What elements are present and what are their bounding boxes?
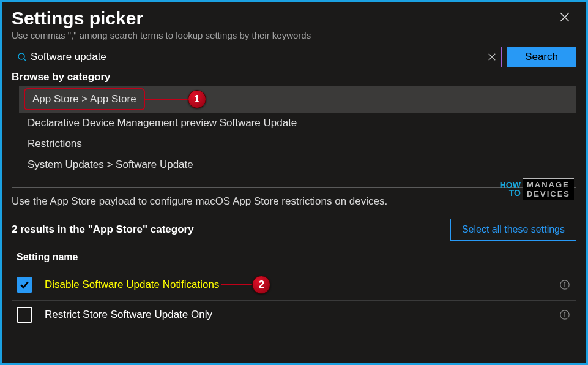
- search-icon: [17, 52, 27, 62]
- search-button[interactable]: Search: [507, 47, 576, 67]
- annotation-callout-2: 2: [221, 276, 270, 294]
- setting-checkbox[interactable]: [17, 277, 32, 293]
- category-description: Use the App Store payload to configure m…: [12, 195, 576, 208]
- info-icon[interactable]: [559, 309, 570, 320]
- category-restrictions[interactable]: Restrictions: [19, 134, 576, 154]
- page-subtitle: Use commas "," among search terms to loo…: [12, 30, 576, 40]
- select-all-button[interactable]: Select all these settings: [450, 219, 576, 241]
- results-summary: 2 results in the "App Store" category: [12, 224, 194, 236]
- setting-row[interactable]: Disable Software Update Notifications 2: [12, 269, 576, 300]
- search-box[interactable]: [12, 47, 502, 67]
- search-input[interactable]: [31, 51, 488, 63]
- setting-label: Disable Software Update Notifications: [45, 279, 219, 291]
- category-ddm-software-update[interactable]: Declarative Device Management preview So…: [19, 113, 576, 134]
- svg-point-4: [564, 312, 565, 313]
- column-header-setting-name: Setting name: [12, 249, 576, 269]
- section-divider: [12, 187, 576, 188]
- annotation-callout-1: 1: [145, 90, 206, 108]
- svg-point-0: [18, 53, 24, 59]
- setting-label: Restrict Store Software Update Only: [45, 309, 212, 321]
- browse-heading: Browse by category: [12, 71, 576, 83]
- info-icon[interactable]: [559, 279, 570, 290]
- category-system-updates[interactable]: System Updates > Software Update: [19, 154, 576, 175]
- close-button[interactable]: [559, 12, 571, 24]
- page-title: Settings picker: [12, 8, 576, 29]
- watermark-logo: HOW TO MANAGE DEVICES: [500, 178, 574, 200]
- svg-point-2: [564, 282, 565, 283]
- setting-row[interactable]: Restrict Store Software Update Only: [12, 300, 576, 329]
- category-app-store[interactable]: App Store > App Store: [24, 88, 145, 110]
- setting-checkbox[interactable]: [17, 307, 32, 323]
- clear-search-icon[interactable]: [488, 53, 496, 61]
